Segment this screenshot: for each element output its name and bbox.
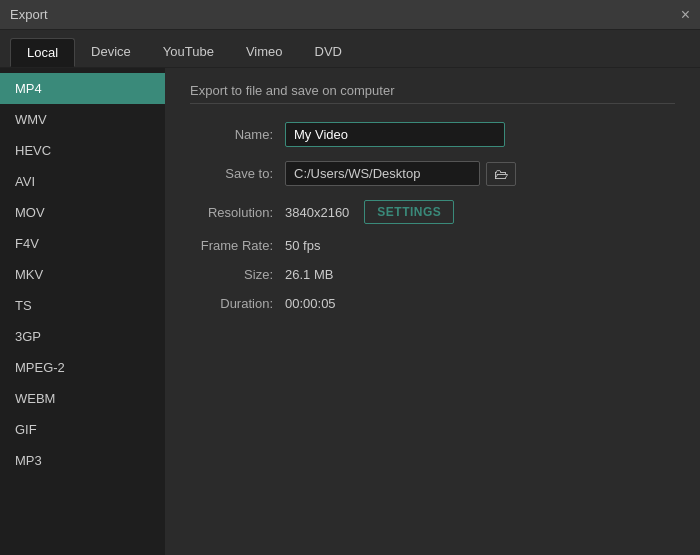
framerate-row: Frame Rate: 50 fps — [190, 238, 675, 253]
title-bar: Export × — [0, 0, 700, 30]
window-title: Export — [10, 7, 48, 22]
sidebar-item-wmv[interactable]: WMV — [0, 104, 165, 135]
save-to-row: Save to: 🗁 — [190, 161, 675, 186]
tab-vimeo[interactable]: Vimeo — [230, 38, 299, 67]
save-to-controls: 🗁 — [285, 161, 516, 186]
tab-local[interactable]: Local — [10, 38, 75, 67]
resolution-controls: 3840x2160 SETTINGS — [285, 200, 454, 224]
sidebar-item-mp4[interactable]: MP4 — [0, 73, 165, 104]
sidebar-item-avi[interactable]: AVI — [0, 166, 165, 197]
duration-value: 00:00:05 — [285, 296, 336, 311]
sidebar-item-f4v[interactable]: F4V — [0, 228, 165, 259]
name-label: Name: — [190, 127, 285, 142]
tab-youtube[interactable]: YouTube — [147, 38, 230, 67]
sidebar-item-webm[interactable]: WEBM — [0, 383, 165, 414]
framerate-label: Frame Rate: — [190, 238, 285, 253]
sidebar-item-mpeg2[interactable]: MPEG-2 — [0, 352, 165, 383]
tab-dvd[interactable]: DVD — [299, 38, 358, 67]
size-label: Size: — [190, 267, 285, 282]
resolution-label: Resolution: — [190, 205, 285, 220]
sidebar-item-ts[interactable]: TS — [0, 290, 165, 321]
name-input[interactable] — [285, 122, 505, 147]
tab-bar: Local Device YouTube Vimeo DVD — [0, 30, 700, 68]
resolution-value: 3840x2160 — [285, 205, 349, 220]
name-row: Name: — [190, 122, 675, 147]
section-title: Export to file and save on computer — [190, 83, 675, 104]
save-to-label: Save to: — [190, 166, 285, 181]
size-value: 26.1 MB — [285, 267, 333, 282]
sidebar-item-gif[interactable]: GIF — [0, 414, 165, 445]
close-button[interactable]: × — [681, 7, 690, 23]
export-content: Export to file and save on computer Name… — [165, 68, 700, 555]
sidebar-item-mov[interactable]: MOV — [0, 197, 165, 228]
resolution-row: Resolution: 3840x2160 SETTINGS — [190, 200, 675, 224]
tab-device[interactable]: Device — [75, 38, 147, 67]
format-sidebar: MP4 WMV HEVC AVI MOV F4V MKV TS 3GP MPEG… — [0, 68, 165, 555]
sidebar-item-3gp[interactable]: 3GP — [0, 321, 165, 352]
duration-row: Duration: 00:00:05 — [190, 296, 675, 311]
folder-icon: 🗁 — [494, 166, 508, 182]
sidebar-item-mp3[interactable]: MP3 — [0, 445, 165, 476]
framerate-value: 50 fps — [285, 238, 320, 253]
duration-label: Duration: — [190, 296, 285, 311]
size-row: Size: 26.1 MB — [190, 267, 675, 282]
folder-button[interactable]: 🗁 — [486, 162, 516, 186]
sidebar-item-mkv[interactable]: MKV — [0, 259, 165, 290]
sidebar-item-hevc[interactable]: HEVC — [0, 135, 165, 166]
save-to-input[interactable] — [285, 161, 480, 186]
settings-button[interactable]: SETTINGS — [364, 200, 454, 224]
main-content: MP4 WMV HEVC AVI MOV F4V MKV TS 3GP MPEG… — [0, 68, 700, 555]
